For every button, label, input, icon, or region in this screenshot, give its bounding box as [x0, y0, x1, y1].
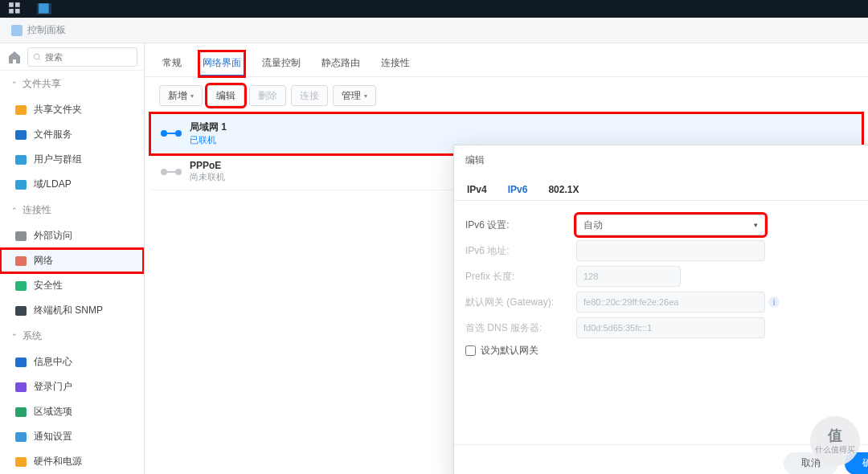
sidebar-item-network[interactable]: 网络	[0, 248, 144, 273]
sidebar-item-security[interactable]: 安全性	[0, 273, 144, 298]
chevron-icon: ⌃	[11, 80, 18, 88]
sidebar-icon	[14, 406, 27, 419]
svg-rect-8	[15, 130, 27, 140]
sidebar-icon	[14, 255, 27, 268]
svg-rect-3	[15, 9, 20, 14]
sidebar-item-info[interactable]: 信息中心	[0, 349, 144, 374]
modal-tabs: IPv4IPv6802.1X	[454, 176, 868, 201]
sidebar-item-label: 信息中心	[34, 355, 72, 369]
svg-rect-13	[15, 281, 27, 291]
sidebar-icon	[14, 456, 27, 468]
svg-rect-7	[15, 105, 27, 115]
breadcrumb: 控制面板	[0, 18, 868, 43]
modal-tab-IPv4[interactable]: IPv4	[465, 179, 489, 200]
svg-rect-19	[15, 457, 27, 467]
search-icon	[33, 52, 42, 62]
sidebar-item-label: 终端机和 SNMP	[34, 304, 103, 317]
home-icon[interactable]	[6, 49, 23, 65]
svg-rect-18	[15, 432, 27, 442]
sidebar-item-label: 区域选项	[34, 405, 72, 419]
sidebar-icon	[14, 230, 27, 243]
prefix-input	[576, 266, 681, 287]
watermark: 值 什么值得买	[810, 416, 860, 466]
os-topbar	[0, 0, 868, 18]
sidebar-item-hardware[interactable]: 硬件和电源	[0, 449, 144, 474]
sidebar-item-notify[interactable]: 通知设置	[0, 424, 144, 449]
sidebar-item-label: 登录门户	[34, 380, 72, 394]
sidebar-item-snmp[interactable]: 终端机和 SNMP	[0, 298, 144, 323]
sidebar-icon	[14, 129, 27, 141]
sidebar-item-external[interactable]: 外部访问	[0, 223, 144, 248]
sidebar-group[interactable]: ⌃连接性	[0, 197, 144, 223]
dns-input	[576, 317, 765, 338]
sidebar-icon	[14, 304, 27, 317]
sidebar-icon	[14, 381, 27, 394]
sidebar-icon	[14, 178, 27, 191]
sidebar-icon	[14, 431, 27, 443]
sidebar-item-region[interactable]: 区域选项	[0, 399, 144, 424]
breadcrumb-icon	[11, 25, 23, 36]
ipv6-addr-label: IPv6 地址:	[465, 244, 576, 258]
sidebar-item-label: 硬件和电源	[34, 455, 82, 468]
svg-rect-0	[9, 2, 14, 7]
sidebar-item-label: 域/LDAP	[34, 178, 72, 191]
sidebar: ⌃文件共享共享文件夹文件服务用户与群组域/LDAP⌃连接性外部访问网络安全性终端…	[0, 43, 145, 474]
sidebar-item-login[interactable]: 登录门户	[0, 374, 144, 399]
svg-rect-16	[15, 382, 27, 392]
modal-mask: 编辑 ✕ IPv4IPv6802.1X IPv6 设置: 自动 ▾	[145, 43, 868, 474]
info-icon[interactable]: i	[768, 296, 780, 308]
sidebar-item-shared[interactable]: 共享文件夹	[0, 97, 144, 122]
svg-rect-2	[9, 9, 14, 14]
sidebar-item-label: 网络	[34, 254, 53, 268]
sidebar-icon	[14, 153, 27, 166]
ipv6-config-label: IPv6 设置:	[465, 219, 576, 232]
sidebar-icon	[14, 280, 27, 292]
gateway-label: 默认网关 (Gateway):	[465, 296, 576, 309]
svg-rect-4	[39, 3, 48, 13]
sidebar-item-users[interactable]: 用户与群组	[0, 147, 144, 172]
sidebar-item-ldap[interactable]: 域/LDAP	[0, 172, 144, 197]
edit-modal: 编辑 ✕ IPv4IPv6802.1X IPv6 设置: 自动 ▾	[453, 145, 868, 474]
prefix-label: Prefix 长度:	[465, 270, 576, 284]
chevron-icon: ⌃	[11, 206, 18, 215]
sidebar-item-label: 文件服务	[34, 128, 72, 141]
breadcrumb-title: 控制面板	[27, 23, 66, 37]
svg-rect-10	[15, 180, 27, 190]
sidebar-item-fileservice[interactable]: 文件服务	[0, 122, 144, 147]
sidebar-item-label: 用户与群组	[34, 153, 82, 166]
sidebar-icon	[14, 356, 27, 369]
chevron-down-icon: ▾	[754, 221, 758, 229]
sidebar-item-label: 外部访问	[34, 229, 72, 243]
default-gateway-checkbox[interactable]: 设为默认网关	[465, 344, 868, 358]
modal-tab-802.1X[interactable]: 802.1X	[547, 179, 580, 200]
chevron-icon: ⌃	[11, 333, 18, 341]
sidebar-item-label: 通知设置	[34, 430, 72, 443]
topbar-window-icon[interactable]	[37, 3, 51, 14]
ipv6-config-select[interactable]: 自动 ▾	[576, 215, 765, 235]
topbar-grid-icon[interactable]	[8, 3, 23, 14]
svg-rect-9	[15, 155, 27, 165]
sidebar-icon	[14, 104, 27, 116]
svg-rect-1	[15, 2, 20, 7]
svg-rect-14	[15, 306, 27, 316]
svg-line-6	[39, 58, 40, 59]
dns-label: 首选 DNS 服务器:	[465, 321, 576, 335]
sidebar-group[interactable]: ⌃文件共享	[0, 71, 144, 97]
content-pane: 常规网络界面流量控制静态路由连接性 新增▾ 编辑 删除 连接 管理▾ 局域网 1…	[145, 43, 868, 474]
ipv6-addr-input	[576, 240, 765, 261]
gateway-input	[576, 292, 765, 313]
svg-rect-15	[15, 358, 27, 367]
sidebar-item-label: 安全性	[34, 279, 63, 292]
svg-point-5	[34, 54, 39, 59]
search-input[interactable]	[27, 47, 137, 67]
modal-tab-IPv6[interactable]: IPv6	[506, 179, 530, 200]
svg-rect-17	[15, 407, 27, 417]
svg-rect-11	[15, 231, 27, 241]
sidebar-group[interactable]: ⌃系统	[0, 323, 144, 349]
sidebar-item-label: 共享文件夹	[34, 103, 82, 116]
svg-rect-12	[15, 256, 27, 266]
modal-title: 编辑	[465, 153, 485, 167]
